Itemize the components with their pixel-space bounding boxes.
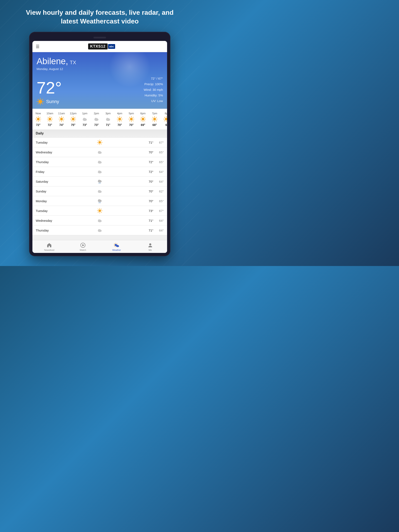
hour-label: 10am bbox=[47, 112, 53, 115]
hour-label: 11am bbox=[58, 112, 65, 115]
daily-icon bbox=[59, 179, 141, 184]
svg-line-6 bbox=[42, 103, 43, 104]
hour-temp: 74° bbox=[59, 123, 63, 127]
nav-item-weather[interactable]: Weather bbox=[100, 240, 133, 253]
hour-item: 4pm 70° bbox=[114, 111, 126, 128]
daily-low: 64° bbox=[153, 219, 164, 222]
hour-icon bbox=[117, 116, 123, 122]
hour-icon bbox=[163, 116, 167, 122]
svg-line-61 bbox=[121, 117, 122, 118]
wind: Wind: 30 mph bbox=[144, 87, 163, 93]
humidity: Humidity: 5% bbox=[144, 93, 163, 98]
svg-line-43 bbox=[75, 117, 75, 118]
precip: Precip: 100% bbox=[144, 81, 163, 87]
svg-point-36 bbox=[72, 118, 75, 120]
daily-row: Friday 72° 64° bbox=[32, 167, 167, 177]
svg-line-71 bbox=[129, 120, 130, 121]
hour-temp: 68° bbox=[152, 123, 157, 127]
svg-line-140 bbox=[98, 212, 99, 213]
daily-day: Saturday bbox=[36, 180, 59, 183]
sun-icon-big bbox=[37, 98, 44, 105]
svg-line-5 bbox=[38, 99, 39, 100]
hour-icon bbox=[82, 116, 88, 122]
svg-line-69 bbox=[133, 120, 133, 121]
daily-section: Daily Tuesday 71° 67° Wednesday 70° 65° … bbox=[32, 129, 167, 240]
daily-high: 71° bbox=[141, 228, 153, 232]
hour-label: 3pm bbox=[105, 112, 111, 115]
temperature-big: 72° bbox=[37, 80, 62, 96]
daily-day: Sunday bbox=[36, 190, 59, 193]
hour-item: Now 72° bbox=[32, 111, 44, 128]
hour-item: 1pm 73° bbox=[79, 111, 91, 128]
daily-row: Tuesday 71° 67° bbox=[32, 138, 167, 147]
svg-point-9 bbox=[37, 118, 40, 120]
svg-line-107 bbox=[98, 144, 99, 144]
svg-line-25 bbox=[51, 117, 52, 118]
daily-icon bbox=[59, 208, 141, 213]
svg-point-125 bbox=[99, 190, 101, 192]
city-label: Abilene, bbox=[37, 56, 68, 66]
daily-high: 70° bbox=[141, 180, 153, 183]
svg-line-62 bbox=[118, 120, 119, 121]
nav-item-me[interactable]: Me bbox=[133, 240, 167, 253]
hour-label: 6pm bbox=[140, 112, 146, 115]
nav-label: Newsfeed bbox=[44, 249, 54, 251]
svg-line-32 bbox=[60, 117, 60, 118]
tablet-top bbox=[32, 35, 167, 40]
headline: View hourly and daily forecasts, live ra… bbox=[0, 0, 200, 32]
hour-item: 3pm 71° bbox=[102, 111, 114, 128]
hour-item: 11am 74° bbox=[56, 111, 67, 128]
svg-line-122 bbox=[100, 183, 101, 184]
daily-day: Wednesday bbox=[36, 219, 59, 222]
svg-line-35 bbox=[60, 120, 60, 121]
hour-item: 8p 6 bbox=[160, 111, 167, 128]
hour-icon bbox=[140, 116, 146, 122]
hour-item: 10am 72° bbox=[44, 111, 56, 128]
svg-point-0 bbox=[38, 100, 42, 103]
nav-item-watch[interactable]: Watch bbox=[66, 240, 100, 253]
high-low: 72° / 67° bbox=[144, 76, 163, 81]
svg-line-16 bbox=[40, 117, 40, 118]
svg-line-121 bbox=[100, 183, 100, 184]
svg-marker-148 bbox=[82, 244, 84, 246]
svg-point-53 bbox=[108, 118, 110, 120]
svg-point-27 bbox=[60, 118, 63, 120]
weather-hero: Abilene, TX Monday, August 12 72° bbox=[32, 52, 167, 109]
hour-icon bbox=[128, 116, 134, 122]
svg-point-113 bbox=[99, 161, 101, 163]
nav-icon-home bbox=[46, 242, 52, 248]
app-screen: ☰ KTXS12 abc Abilene, TX Monday, August … bbox=[32, 41, 167, 253]
hamburger-icon[interactable]: ☰ bbox=[36, 44, 39, 49]
svg-point-63 bbox=[130, 118, 133, 120]
hour-label: Now bbox=[36, 112, 41, 115]
nav-item-newsfeed[interactable]: Newsfeed bbox=[32, 240, 66, 253]
svg-line-137 bbox=[98, 209, 99, 209]
svg-line-95 bbox=[164, 117, 165, 118]
hour-label: 5pm bbox=[129, 112, 134, 115]
nav-label: Weather bbox=[112, 249, 121, 251]
hour-label: 4pm bbox=[117, 112, 122, 115]
svg-point-54 bbox=[119, 118, 121, 120]
hour-temp: 70° bbox=[117, 123, 122, 127]
daily-icon bbox=[59, 189, 141, 194]
svg-line-80 bbox=[141, 120, 142, 121]
hour-temp: 69° bbox=[141, 123, 145, 127]
svg-line-139 bbox=[101, 209, 102, 209]
daily-day: Tuesday bbox=[36, 141, 59, 144]
hour-label: 1pm bbox=[82, 112, 87, 115]
condition-text: Sunny bbox=[46, 99, 59, 104]
logo-abc: abc bbox=[108, 44, 115, 49]
hour-item: 12pm 75° bbox=[67, 111, 79, 128]
daily-header: Daily bbox=[32, 129, 167, 138]
daily-low: 62° bbox=[153, 190, 164, 193]
daily-row: Wednesday 70° 65° bbox=[32, 147, 167, 157]
svg-line-105 bbox=[101, 144, 102, 144]
hour-item: 2pm 73° bbox=[91, 111, 102, 128]
daily-row: Saturday 70° 64° bbox=[32, 177, 167, 186]
hour-label: 2pm bbox=[94, 112, 99, 115]
svg-line-88 bbox=[156, 117, 157, 118]
hourly-section: Now 72° 10am 72° 11a bbox=[32, 109, 167, 129]
daily-row: Thursday 72° 65° bbox=[32, 157, 167, 167]
hour-icon bbox=[35, 116, 41, 122]
daily-low: 64° bbox=[153, 228, 164, 232]
